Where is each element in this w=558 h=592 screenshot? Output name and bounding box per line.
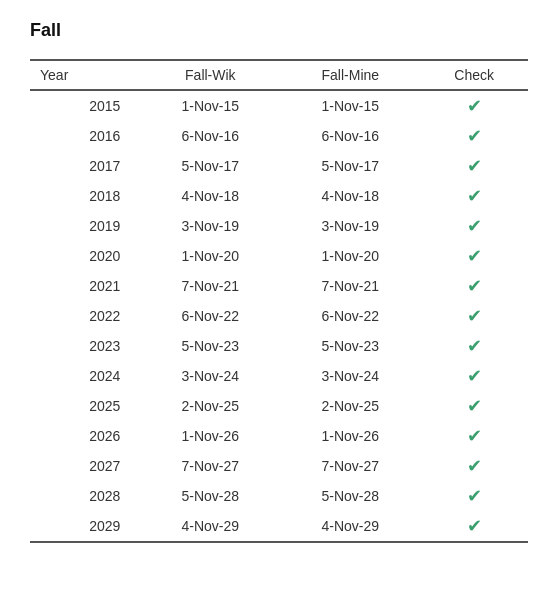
table-row: 20294-Nov-294-Nov-29✔ <box>30 511 528 542</box>
cell-check: ✔ <box>420 301 528 331</box>
cell-check: ✔ <box>420 511 528 542</box>
cell-fall-wik: 7-Nov-21 <box>140 271 280 301</box>
cell-check: ✔ <box>420 90 528 121</box>
cell-fall-wik: 7-Nov-27 <box>140 451 280 481</box>
table-row: 20166-Nov-166-Nov-16✔ <box>30 121 528 151</box>
cell-fall-mine: 5-Nov-17 <box>280 151 420 181</box>
cell-year: 2016 <box>30 121 140 151</box>
cell-year: 2017 <box>30 151 140 181</box>
cell-fall-mine: 7-Nov-21 <box>280 271 420 301</box>
table-row: 20261-Nov-261-Nov-26✔ <box>30 421 528 451</box>
cell-fall-wik: 3-Nov-19 <box>140 211 280 241</box>
col-header-year: Year <box>30 60 140 90</box>
cell-year: 2023 <box>30 331 140 361</box>
cell-fall-wik: 6-Nov-16 <box>140 121 280 151</box>
fall-table: Year Fall-Wik Fall-Mine Check 20151-Nov-… <box>30 59 528 543</box>
cell-check: ✔ <box>420 241 528 271</box>
cell-check: ✔ <box>420 421 528 451</box>
cell-fall-mine: 1-Nov-26 <box>280 421 420 451</box>
table-row: 20226-Nov-226-Nov-22✔ <box>30 301 528 331</box>
cell-check: ✔ <box>420 181 528 211</box>
cell-year: 2022 <box>30 301 140 331</box>
table-row: 20184-Nov-184-Nov-18✔ <box>30 181 528 211</box>
table-row: 20277-Nov-277-Nov-27✔ <box>30 451 528 481</box>
cell-check: ✔ <box>420 451 528 481</box>
cell-fall-wik: 4-Nov-18 <box>140 181 280 211</box>
cell-fall-mine: 4-Nov-29 <box>280 511 420 542</box>
col-header-fall-mine: Fall-Mine <box>280 60 420 90</box>
table-row: 20217-Nov-217-Nov-21✔ <box>30 271 528 301</box>
cell-fall-mine: 3-Nov-19 <box>280 211 420 241</box>
cell-fall-wik: 5-Nov-23 <box>140 331 280 361</box>
cell-fall-mine: 6-Nov-16 <box>280 121 420 151</box>
table-row: 20285-Nov-285-Nov-28✔ <box>30 481 528 511</box>
table-row: 20175-Nov-175-Nov-17✔ <box>30 151 528 181</box>
cell-check: ✔ <box>420 271 528 301</box>
table-row: 20201-Nov-201-Nov-20✔ <box>30 241 528 271</box>
table-row: 20193-Nov-193-Nov-19✔ <box>30 211 528 241</box>
table-row: 20252-Nov-252-Nov-25✔ <box>30 391 528 421</box>
cell-check: ✔ <box>420 361 528 391</box>
cell-fall-wik: 2-Nov-25 <box>140 391 280 421</box>
cell-year: 2015 <box>30 90 140 121</box>
cell-year: 2029 <box>30 511 140 542</box>
cell-check: ✔ <box>420 211 528 241</box>
cell-year: 2025 <box>30 391 140 421</box>
table-header-row: Year Fall-Wik Fall-Mine Check <box>30 60 528 90</box>
cell-year: 2028 <box>30 481 140 511</box>
cell-year: 2020 <box>30 241 140 271</box>
col-header-fall-wik: Fall-Wik <box>140 60 280 90</box>
cell-check: ✔ <box>420 481 528 511</box>
cell-fall-mine: 1-Nov-20 <box>280 241 420 271</box>
cell-check: ✔ <box>420 121 528 151</box>
cell-fall-wik: 5-Nov-17 <box>140 151 280 181</box>
cell-fall-wik: 3-Nov-24 <box>140 361 280 391</box>
cell-fall-mine: 6-Nov-22 <box>280 301 420 331</box>
cell-fall-mine: 5-Nov-28 <box>280 481 420 511</box>
col-header-check: Check <box>420 60 528 90</box>
cell-fall-mine: 3-Nov-24 <box>280 361 420 391</box>
cell-year: 2024 <box>30 361 140 391</box>
cell-fall-wik: 1-Nov-26 <box>140 421 280 451</box>
cell-fall-wik: 5-Nov-28 <box>140 481 280 511</box>
cell-fall-mine: 1-Nov-15 <box>280 90 420 121</box>
cell-year: 2019 <box>30 211 140 241</box>
cell-check: ✔ <box>420 151 528 181</box>
cell-fall-wik: 6-Nov-22 <box>140 301 280 331</box>
table-row: 20235-Nov-235-Nov-23✔ <box>30 331 528 361</box>
cell-check: ✔ <box>420 391 528 421</box>
cell-fall-wik: 1-Nov-15 <box>140 90 280 121</box>
cell-year: 2027 <box>30 451 140 481</box>
cell-fall-mine: 2-Nov-25 <box>280 391 420 421</box>
cell-year: 2018 <box>30 181 140 211</box>
cell-year: 2026 <box>30 421 140 451</box>
cell-fall-mine: 4-Nov-18 <box>280 181 420 211</box>
page-title: Fall <box>30 20 528 41</box>
table-row: 20151-Nov-151-Nov-15✔ <box>30 90 528 121</box>
cell-check: ✔ <box>420 331 528 361</box>
cell-fall-mine: 7-Nov-27 <box>280 451 420 481</box>
cell-fall-wik: 1-Nov-20 <box>140 241 280 271</box>
table-row: 20243-Nov-243-Nov-24✔ <box>30 361 528 391</box>
cell-fall-mine: 5-Nov-23 <box>280 331 420 361</box>
cell-fall-wik: 4-Nov-29 <box>140 511 280 542</box>
cell-year: 2021 <box>30 271 140 301</box>
